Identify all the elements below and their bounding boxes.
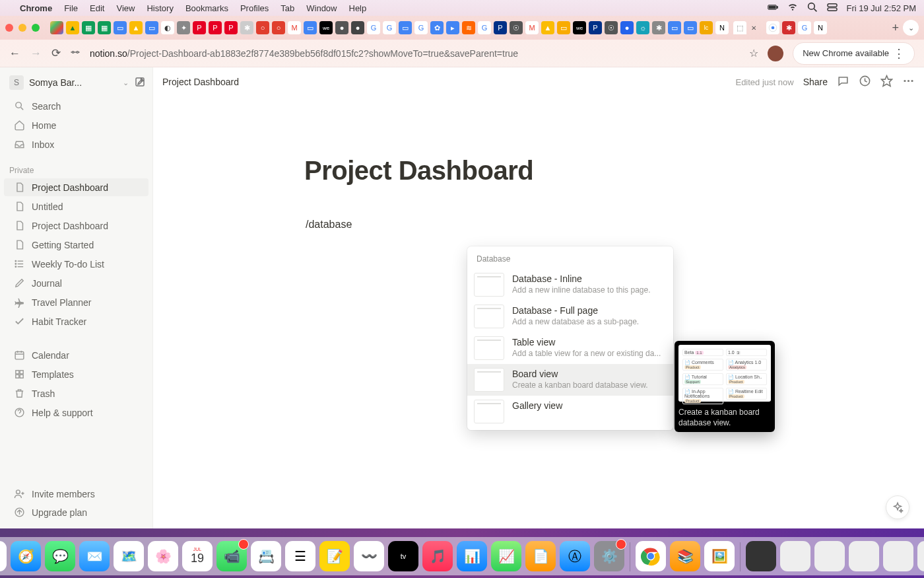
pinned-tab-icon[interactable]: P xyxy=(224,21,238,34)
pinned-tab-icon[interactable]: G xyxy=(383,21,396,34)
profile-avatar[interactable] xyxy=(768,46,783,61)
dock-app-settings[interactable]: ⚙️ xyxy=(594,541,624,571)
pinned-tab-icon[interactable]: G xyxy=(367,21,380,34)
pinned-tab-icon[interactable]: ▲ xyxy=(129,21,143,34)
pinned-tab-icon[interactable]: we xyxy=(319,21,333,34)
pinned-tab-icon[interactable]: G xyxy=(414,21,428,34)
pinned-tab-icon[interactable]: N xyxy=(814,21,827,34)
dock-app-keynote[interactable]: 📊 xyxy=(457,541,487,571)
sidebar-page[interactable]: Project Dashboard xyxy=(4,217,148,235)
ai-assist-button[interactable] xyxy=(886,495,909,519)
pinned-tab-icon[interactable]: ▭ xyxy=(557,21,570,34)
pinned-tab-icon[interactable]: lc xyxy=(700,21,713,34)
menu-profiles[interactable]: Profiles xyxy=(240,3,269,13)
pinned-tab-icon[interactable]: ▲ xyxy=(66,21,79,34)
new-page-icon[interactable] xyxy=(134,76,146,90)
pinned-tab-icon[interactable]: N xyxy=(715,21,729,34)
pinned-tab-icon[interactable]: ▦ xyxy=(82,21,95,34)
sidebar-help[interactable]: Help & support xyxy=(4,404,148,421)
pinned-tab-icon[interactable]: ● xyxy=(620,21,634,34)
dock-app-music[interactable]: 🎵 xyxy=(422,541,453,571)
menu-window[interactable]: Window xyxy=(306,3,337,13)
wifi-icon[interactable] xyxy=(787,2,798,15)
slash-option-gallery-view[interactable]: Gallery view xyxy=(467,396,673,423)
pinned-tab-icon[interactable]: ▭ xyxy=(114,21,127,34)
sidebar-page[interactable]: Getting Started xyxy=(4,236,148,254)
favorite-icon[interactable] xyxy=(880,75,893,89)
pinned-tab-icon[interactable]: ✦ xyxy=(177,21,190,34)
dock-minimized-window[interactable] xyxy=(814,541,845,571)
pinned-tab-icon[interactable]: ☉ xyxy=(605,21,618,34)
address-bar[interactable]: notion.so/Project-Dashboard-ab1883e2f877… xyxy=(90,48,740,59)
pinned-tab-icon[interactable]: we xyxy=(573,21,586,34)
spotlight-icon[interactable] xyxy=(807,2,818,15)
pinned-tab-icon[interactable]: ☉ xyxy=(510,21,523,34)
menu-history[interactable]: History xyxy=(147,3,173,13)
battery-icon[interactable] xyxy=(768,2,778,15)
pinned-tab-icon[interactable]: ✱ xyxy=(782,21,795,34)
pinned-tab-icon[interactable]: ● xyxy=(335,21,348,34)
pinned-tab-icon[interactable]: ▲ xyxy=(541,21,554,34)
forward-button[interactable]: → xyxy=(30,47,42,60)
sidebar-upgrade[interactable]: Upgrade plan xyxy=(4,503,148,521)
dock-app-preview[interactable]: 🖼️ xyxy=(704,541,735,571)
dock-minimized-window[interactable] xyxy=(883,541,913,571)
slash-option-database-fullpage[interactable]: Database - Full pageAdd a new database a… xyxy=(467,301,673,332)
sidebar-page[interactable]: Project Dashboard xyxy=(4,178,148,196)
dock-app-pages[interactable]: 📄 xyxy=(525,541,556,571)
pinned-tab-icon[interactable]: ▭ xyxy=(304,21,317,34)
dock-app-maps[interactable]: 🗺️ xyxy=(114,541,144,571)
pinned-tab-icon[interactable]: ☼ xyxy=(636,21,649,34)
dock-app-calendar[interactable]: JUL19 xyxy=(182,541,213,571)
window-controls[interactable] xyxy=(5,24,40,32)
pinned-tab-icon[interactable]: P xyxy=(494,21,507,34)
pinned-tab-icon[interactable]: ○ xyxy=(272,21,285,34)
pinned-tab-icon[interactable]: ▦ xyxy=(98,21,111,34)
pinned-tab-icon[interactable]: ○ xyxy=(256,21,269,34)
dock-app-facetime[interactable]: 📹 xyxy=(216,541,247,571)
page-title[interactable]: Project Dashboard xyxy=(304,156,773,186)
dock-minimized-window[interactable] xyxy=(746,541,776,571)
pinned-tab-icon[interactable]: ✱ xyxy=(240,21,253,34)
dock-app-books[interactable]: 📚 xyxy=(670,541,700,571)
more-icon[interactable] xyxy=(902,75,915,89)
tab-overflow-button[interactable]: ⌄ xyxy=(903,20,919,36)
menu-file[interactable]: File xyxy=(64,3,78,13)
dock-app-photos[interactable]: 🌸 xyxy=(148,541,178,571)
dock-app-messages[interactable]: 💬 xyxy=(45,541,75,571)
sidebar-trash[interactable]: Trash xyxy=(4,384,148,402)
dock-app-safari[interactable]: 🧭 xyxy=(11,541,41,571)
pinned-tab-icon[interactable]: ▭ xyxy=(145,21,158,34)
slash-option-board-view[interactable]: Board viewCreate a kanban board database… xyxy=(467,364,673,396)
workspace-switcher[interactable]: S Somya Bar... ⌄ xyxy=(0,71,152,96)
control-center-icon[interactable] xyxy=(827,2,838,15)
sidebar-page[interactable]: Weekly To-do List xyxy=(4,255,148,273)
pinned-tab-icon[interactable]: ▸ xyxy=(446,21,459,34)
share-button[interactable]: Share xyxy=(803,77,828,87)
sidebar-inbox[interactable]: Inbox xyxy=(4,135,148,153)
sidebar-calendar[interactable]: Calendar xyxy=(4,346,148,364)
menu-tab[interactable]: Tab xyxy=(280,3,294,13)
breadcrumb[interactable]: Project Dashboard xyxy=(162,77,239,87)
slash-option-table-view[interactable]: Table viewAdd a table view for a new or … xyxy=(467,332,673,364)
pinned-tab-icon[interactable]: ▭ xyxy=(684,21,697,34)
pinned-tab-icon[interactable]: ▭ xyxy=(668,21,681,34)
dock-app-notes[interactable]: 📝 xyxy=(319,541,350,571)
pinned-tab-icon[interactable]: ≋ xyxy=(462,21,475,34)
dock-app-tv[interactable]: tv xyxy=(388,541,418,571)
sidebar-page[interactable]: Journal xyxy=(4,274,148,292)
pinned-tab-icon[interactable] xyxy=(50,21,63,34)
dock-app-freeform[interactable]: 〰️ xyxy=(354,541,384,571)
sidebar-page[interactable]: Travel Planner xyxy=(4,293,148,311)
sidebar-home[interactable]: Home xyxy=(4,116,148,134)
pinned-tab-icon[interactable]: P xyxy=(589,21,602,34)
menu-edit[interactable]: Edit xyxy=(90,3,104,13)
dock-app-launchpad[interactable]: ▦ xyxy=(0,541,7,571)
back-button[interactable]: ← xyxy=(9,47,21,60)
pinned-tab-icon[interactable]: M xyxy=(525,21,539,34)
menu-bookmarks[interactable]: Bookmarks xyxy=(185,3,228,13)
pinned-tab-icon[interactable]: G xyxy=(798,21,811,34)
pinned-tab-icon[interactable]: P xyxy=(209,21,222,34)
sidebar-page[interactable]: Untitled xyxy=(4,198,148,215)
dock-app-reminders[interactable]: ☰ xyxy=(285,541,315,571)
